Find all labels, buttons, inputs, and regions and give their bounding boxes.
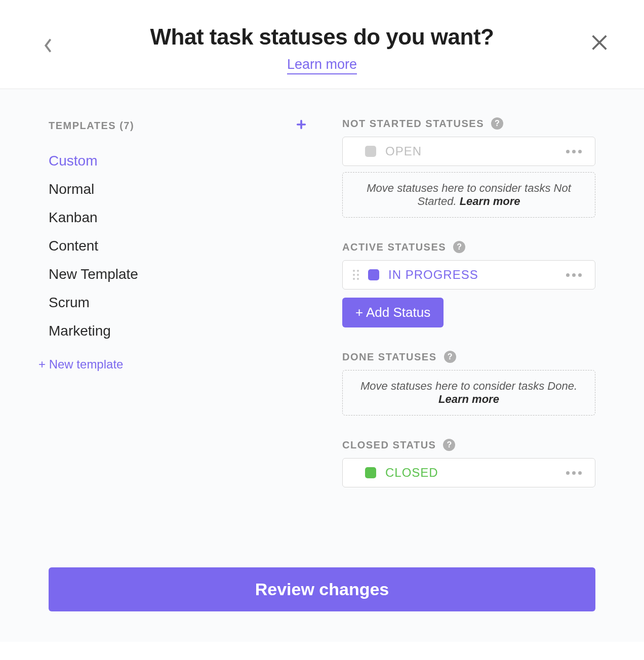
done-header: DONE STATUSES ? <box>342 351 595 363</box>
page-title: What task statuses do you want? <box>0 24 644 50</box>
status-card-in-progress[interactable]: IN PROGRESS <box>342 260 595 290</box>
closed-section: CLOSED STATUS ? CLOSED <box>342 439 595 487</box>
review-changes-button[interactable]: Review changes <box>49 567 595 611</box>
status-color-swatch <box>365 467 376 478</box>
active-header: ACTIVE STATUSES ? <box>342 241 595 253</box>
closed-label: CLOSED STATUS <box>342 439 436 451</box>
template-item-marketing[interactable]: Marketing <box>49 317 307 345</box>
status-more-button[interactable] <box>563 147 585 156</box>
template-item-normal[interactable]: Normal <box>49 175 307 203</box>
add-template-button[interactable] <box>296 117 307 134</box>
help-icon[interactable]: ? <box>491 117 503 130</box>
dropzone-learn-more[interactable]: Learn more <box>438 393 499 405</box>
modal-header: What task statuses do you want? Learn mo… <box>0 0 644 89</box>
help-icon[interactable]: ? <box>443 439 455 451</box>
chevron-left-icon <box>44 38 53 53</box>
closed-header: CLOSED STATUS ? <box>342 439 595 451</box>
templates-header: TEMPLATES (7) <box>49 117 307 134</box>
template-item-content[interactable]: Content <box>49 232 307 260</box>
help-icon[interactable]: ? <box>453 241 465 253</box>
active-section: ACTIVE STATUSES ? IN PROGRESS + Add Stat… <box>342 241 595 327</box>
plus-icon <box>296 119 307 130</box>
back-button[interactable] <box>44 38 53 55</box>
template-item-custom[interactable]: Custom <box>49 147 307 175</box>
template-item-scrum[interactable]: Scrum <box>49 288 307 317</box>
status-more-button[interactable] <box>563 468 585 478</box>
help-icon[interactable]: ? <box>444 351 456 363</box>
not-started-label: NOT STARTED STATUSES <box>342 118 484 130</box>
not-started-dropzone[interactable]: Move statuses here to consider tasks Not… <box>342 172 595 218</box>
status-editor: NOT STARTED STATUSES ? OPEN Move statuse… <box>342 117 595 511</box>
close-button[interactable] <box>589 32 610 55</box>
active-label: ACTIVE STATUSES <box>342 241 446 253</box>
not-started-header: NOT STARTED STATUSES ? <box>342 117 595 130</box>
dropzone-learn-more[interactable]: Learn more <box>460 195 520 208</box>
status-color-swatch <box>365 146 376 157</box>
close-icon <box>589 32 610 53</box>
status-name: OPEN <box>385 144 422 158</box>
not-started-section: NOT STARTED STATUSES ? OPEN Move statuse… <box>342 117 595 218</box>
new-template-button[interactable]: + New template <box>38 357 307 372</box>
status-card-closed[interactable]: CLOSED <box>342 458 595 487</box>
template-list: Custom Normal Kanban Content New Templat… <box>49 147 307 345</box>
dropzone-text: Move statuses here to consider tasks Don… <box>360 380 577 392</box>
drag-handle-icon[interactable] <box>353 270 359 280</box>
template-item-kanban[interactable]: Kanban <box>49 203 307 232</box>
status-card-open[interactable]: OPEN <box>342 137 595 166</box>
done-label: DONE STATUSES <box>342 351 437 363</box>
done-dropzone[interactable]: Move statuses here to consider tasks Don… <box>342 370 595 416</box>
status-color-swatch <box>368 269 379 280</box>
templates-sidebar: TEMPLATES (7) Custom Normal Kanban Conte… <box>49 117 307 511</box>
template-item-new-template[interactable]: New Template <box>49 260 307 288</box>
add-status-button[interactable]: + Add Status <box>342 298 444 327</box>
status-name: CLOSED <box>385 466 438 480</box>
learn-more-link[interactable]: Learn more <box>287 57 357 74</box>
done-section: DONE STATUSES ? Move statuses here to co… <box>342 351 595 416</box>
status-more-button[interactable] <box>563 270 585 280</box>
templates-label: TEMPLATES (7) <box>49 120 134 132</box>
status-name: IN PROGRESS <box>388 268 478 282</box>
modal-body: TEMPLATES (7) Custom Normal Kanban Conte… <box>0 89 644 642</box>
columns: TEMPLATES (7) Custom Normal Kanban Conte… <box>49 117 595 511</box>
